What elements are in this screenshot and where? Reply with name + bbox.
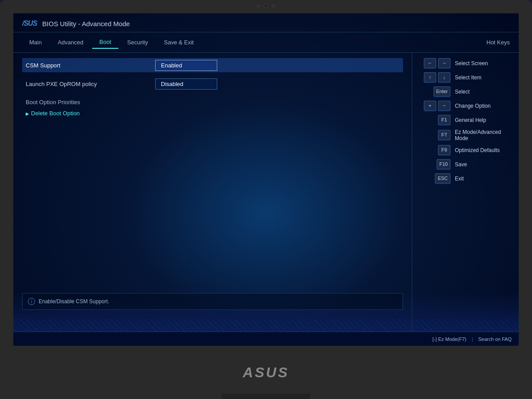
csm-support-label: CSM Support — [22, 59, 155, 71]
webcam-dot-left — [257, 4, 260, 8]
bottom-bar-separator: | — [472, 336, 473, 342]
bottom-bar-ez-mode[interactable]: [-] Ez Mode(F7) — [433, 336, 466, 342]
asus-brand-logo: ASUS — [243, 364, 289, 381]
nav-item-advanced[interactable]: Advanced — [51, 36, 90, 48]
csm-support-value: Enabled — [155, 60, 217, 71]
boot-option-priorities-header: Boot Option Priorities — [22, 95, 403, 107]
hotkey-optimized-defaults: F9 Optimized Defaults — [419, 145, 512, 156]
info-text: Enable/Disable CSM Support. — [39, 298, 109, 305]
nav-item-save-exit[interactable]: Save & Exit — [157, 36, 201, 48]
laptop-bottom: ASUS — [0, 346, 532, 399]
key-enter: Enter — [434, 86, 450, 97]
key-esc: ESC — [435, 173, 450, 184]
hotkey-desc-ez-mode: Ez Mode/Advanced Mode — [455, 129, 512, 141]
nav-item-security[interactable]: Security — [120, 36, 155, 48]
bios-nav: Main Advanced Boot Security Save & Exit … — [13, 32, 519, 53]
hotkey-keys-esc: ESC — [419, 173, 450, 184]
webcam-bar — [253, 0, 279, 12]
hotkey-keys-plusminus: + − — [419, 101, 450, 111]
hotkey-desc-general-help: General Help — [455, 117, 486, 123]
hotkey-desc-select-screen: Select Screen — [455, 60, 488, 66]
hotkey-keys-enter: Enter — [419, 86, 450, 97]
hotkey-select-screen: ← → Select Screen — [419, 58, 512, 69]
hotkey-keys-f10: F10 — [419, 159, 450, 170]
key-f1: F1 — [438, 115, 450, 125]
hotkey-keys-f7: F7 — [419, 130, 450, 141]
key-f10: F10 — [437, 159, 450, 170]
webcam-lens — [264, 4, 268, 8]
bottom-bar: [-] Ez Mode(F7) | Search on FAQ — [13, 332, 519, 346]
laptop-stand — [222, 394, 310, 399]
key-f7: F7 — [438, 130, 450, 141]
hotkey-keys-arrows-lr: ← → — [419, 58, 450, 69]
hotkey-change-option: + − Change Option — [419, 101, 512, 111]
bios-main: CSM Support Enabled Launch PXE OpROM pol… — [13, 53, 519, 336]
launch-pxe-row[interactable]: Launch PXE OpROM policy Disabled — [22, 77, 403, 91]
bottom-bar-search[interactable]: Search on FAQ — [478, 336, 512, 342]
webcam-dot-right — [272, 4, 275, 8]
key-up-arrow: ↑ — [424, 72, 436, 83]
hotkey-ez-mode: F7 Ez Mode/Advanced Mode — [419, 129, 512, 141]
key-minus: − — [438, 101, 450, 111]
bios-header: /SUS BIOS Utility - Advanced Mode — [13, 13, 519, 32]
csm-support-row[interactable]: CSM Support Enabled — [22, 58, 403, 72]
hotkey-keys-arrows-ud: ↑ ↓ — [419, 72, 450, 83]
nav-item-boot[interactable]: Boot — [92, 36, 118, 49]
launch-pxe-label: Launch PXE OpROM policy — [22, 78, 155, 90]
key-right-arrow: → — [438, 58, 450, 69]
hotkey-desc-optimized-defaults: Optimized Defaults — [455, 147, 500, 153]
bios-title: BIOS Utility - Advanced Mode — [42, 20, 130, 27]
asus-logo: /SUS — [22, 20, 37, 27]
info-icon: i — [28, 298, 35, 305]
key-plus: + — [424, 101, 436, 111]
hotkey-select-item: ↑ ↓ Select Item — [419, 72, 512, 83]
laptop-outer: /SUS BIOS Utility - Advanced Mode Main A… — [0, 0, 532, 399]
hotkey-exit: ESC Exit — [419, 173, 512, 184]
key-f9: F9 — [438, 145, 450, 156]
hotkey-keys-f9: F9 — [419, 145, 450, 156]
right-panel: ← → Select Screen ↑ ↓ Select Item — [412, 53, 519, 336]
launch-pxe-value: Disabled — [155, 78, 217, 90]
info-bar: i Enable/Disable CSM Support. — [22, 293, 403, 310]
hotkey-desc-save: Save — [455, 161, 467, 168]
hotkey-keys-f1: F1 — [419, 115, 450, 125]
hotkey-general-help: F1 General Help — [419, 115, 512, 125]
delete-boot-option[interactable]: Delete Boot Option — [22, 107, 403, 119]
bios-content: /SUS BIOS Utility - Advanced Mode Main A… — [13, 13, 519, 346]
hotkey-select: Enter Select — [419, 86, 512, 97]
search-label: Search on FAQ — [478, 336, 512, 342]
screen: /SUS BIOS Utility - Advanced Mode Main A… — [13, 13, 519, 346]
key-left-arrow: ← — [424, 58, 436, 69]
key-down-arrow: ↓ — [438, 72, 450, 83]
ez-mode-label: [-] Ez Mode(F7) — [433, 336, 466, 342]
hotkey-desc-change-option: Change Option — [455, 103, 491, 109]
hotkey-desc-select-item: Select Item — [455, 74, 481, 81]
hotkey-desc-exit: Exit — [455, 176, 464, 182]
hotkeys-label: Hot Keys — [486, 39, 510, 46]
nav-item-main[interactable]: Main — [22, 36, 49, 48]
hotkey-save: F10 Save — [419, 159, 512, 170]
left-panel: CSM Support Enabled Launch PXE OpROM pol… — [13, 53, 412, 336]
hotkey-desc-select: Select — [455, 89, 469, 95]
